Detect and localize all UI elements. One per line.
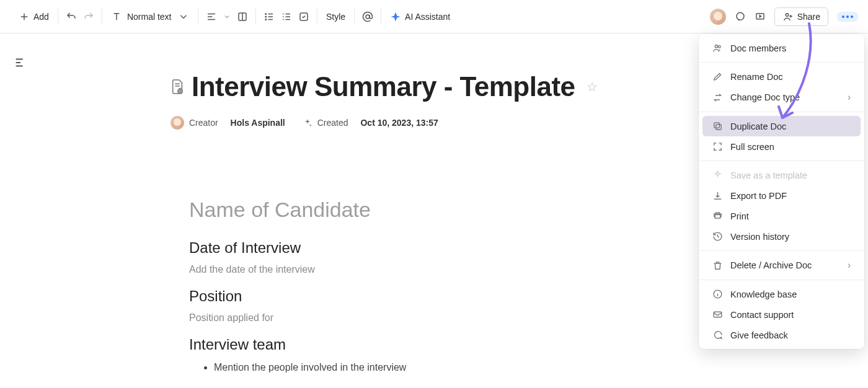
favorite-star-icon[interactable]: ☆ (587, 79, 598, 94)
doc-title[interactable]: Interview Summary - Template (192, 71, 575, 102)
plus-icon (19, 11, 30, 22)
style-button[interactable]: Style (325, 9, 347, 24)
number-list-icon[interactable] (281, 11, 292, 22)
checklist-icon[interactable] (298, 11, 309, 22)
svg-rect-14 (714, 123, 720, 128)
document: Interview Summary - Template ☆ Creator H… (170, 71, 654, 373)
doc-content[interactable]: Name of Candidate Date of Interview Add … (170, 198, 654, 373)
chevron-down-icon (178, 11, 189, 22)
candidate-name-heading[interactable]: Name of Candidate (189, 198, 654, 222)
svg-point-8 (786, 13, 789, 16)
doc-template-icon (170, 79, 184, 95)
trash-icon (712, 260, 723, 271)
outline-toggle[interactable] (14, 56, 27, 69)
chevron-down-icon[interactable] (223, 11, 231, 22)
chevron-right-icon: › (848, 92, 851, 103)
share-label: Share (797, 12, 820, 22)
menu-export-pdf[interactable]: Export to PDF (702, 185, 861, 206)
svg-rect-17 (714, 312, 722, 317)
style-label: Style (326, 12, 345, 22)
svg-point-1 (265, 13, 267, 14)
duplicate-icon (712, 121, 723, 131)
menu-rename[interactable]: Rename Doc (702, 66, 861, 87)
undo-icon[interactable] (66, 11, 77, 22)
menu-feedback[interactable]: Give feedback (702, 325, 861, 345)
svg-point-12 (719, 46, 721, 48)
text-style-label: Normal text (127, 12, 172, 22)
mention-icon[interactable] (362, 11, 373, 22)
menu-fullscreen[interactable]: Full screen (702, 136, 861, 157)
chevron-right-icon: › (848, 260, 851, 271)
swap-icon (712, 92, 723, 103)
creator-avatar[interactable] (170, 116, 184, 130)
svg-point-11 (715, 45, 717, 48)
info-icon (712, 289, 723, 299)
menu-delete[interactable]: Delete / Archive Doc › (702, 255, 861, 276)
created-date: Oct 10, 2023, 13:57 (360, 118, 438, 128)
align-icon[interactable] (206, 11, 217, 22)
comments-icon[interactable] (735, 11, 746, 22)
menu-doc-members[interactable]: Doc members (702, 38, 861, 58)
share-button[interactable]: Share (774, 7, 828, 26)
svg-point-5 (366, 15, 370, 19)
feedback-icon (712, 330, 723, 340)
position-placeholder[interactable]: Position applied for (189, 312, 654, 324)
members-icon (712, 43, 723, 53)
menu-version-history[interactable]: Version history (702, 226, 861, 247)
text-icon (111, 11, 122, 22)
menu-print[interactable]: Print (702, 206, 861, 226)
sparkle-icon (712, 170, 723, 180)
svg-point-6 (737, 12, 744, 20)
team-bullet-item[interactable]: Mention the people involved in the inter… (214, 362, 654, 373)
svg-rect-13 (716, 125, 722, 130)
add-button[interactable]: Add (17, 9, 50, 25)
ai-label: AI Assistant (405, 12, 450, 22)
avatar[interactable] (710, 9, 726, 25)
menu-save-template: Save as a template (702, 165, 861, 185)
creator-name: Hols Aspinall (231, 118, 285, 128)
history-icon (712, 231, 723, 242)
svg-rect-15 (715, 214, 720, 218)
bullet-list-icon[interactable] (264, 11, 275, 22)
menu-knowledge-base[interactable]: Knowledge base (702, 284, 861, 304)
team-heading[interactable]: Interview team (189, 336, 654, 353)
download-icon (712, 190, 723, 201)
menu-duplicate[interactable]: Duplicate Doc (702, 116, 861, 136)
menu-contact-support[interactable]: Contact support (702, 304, 861, 325)
sparkle-icon (303, 118, 312, 128)
created-label: Created (317, 118, 348, 128)
share-icon (782, 11, 794, 22)
doc-meta: Creator Hols Aspinall Created Oct 10, 20… (170, 116, 654, 130)
fullscreen-icon (712, 141, 723, 152)
date-heading[interactable]: Date of Interview (189, 239, 654, 257)
print-icon (712, 211, 723, 221)
position-heading[interactable]: Position (189, 288, 654, 305)
svg-point-3 (265, 19, 267, 20)
menu-change-type[interactable]: Change Doc type › (702, 87, 861, 108)
columns-icon[interactable] (237, 11, 248, 22)
ai-assistant-button[interactable]: AI Assistant (389, 9, 451, 25)
present-icon[interactable] (755, 11, 766, 22)
creator-label: Creator (189, 118, 218, 128)
more-button[interactable] (837, 12, 858, 22)
mail-icon (712, 309, 723, 320)
pencil-icon (712, 71, 723, 82)
svg-point-2 (265, 16, 267, 17)
toolbar: Add Normal text (0, 0, 868, 33)
text-style-dropdown[interactable]: Normal text (110, 9, 190, 25)
redo-icon[interactable] (83, 11, 94, 22)
add-label: Add (33, 12, 49, 22)
team-bullets[interactable]: Mention the people involved in the inter… (189, 362, 654, 373)
date-placeholder[interactable]: Add the date of the interview (189, 264, 654, 275)
doc-more-menu: Doc members Rename Doc Change Doc type ›… (699, 34, 864, 349)
ai-icon (390, 11, 401, 22)
